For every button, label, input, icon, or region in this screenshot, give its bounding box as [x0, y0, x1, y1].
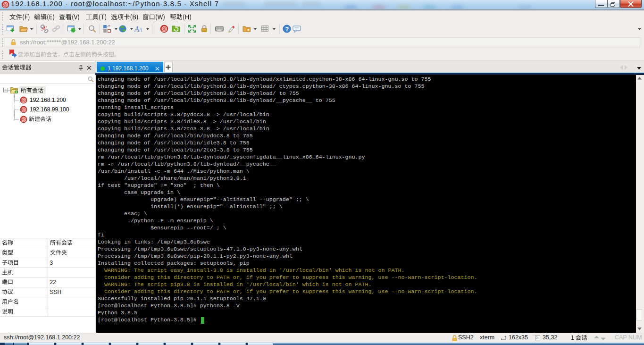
- svg-text:?: ?: [285, 26, 289, 33]
- svg-text:0.: 0.: [536, 336, 539, 339]
- svg-text:A: A: [138, 26, 142, 33]
